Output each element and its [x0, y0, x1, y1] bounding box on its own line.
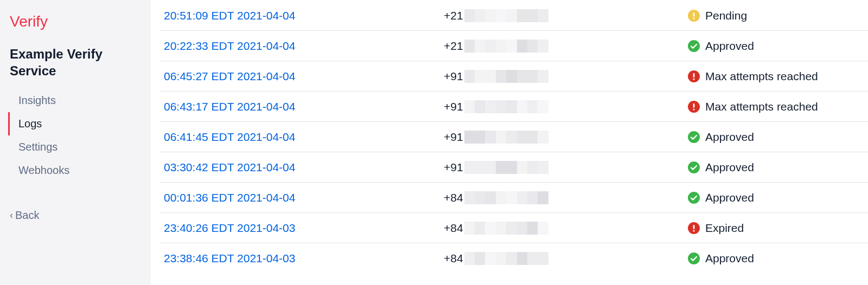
log-timestamp-link[interactable]: 06:41:45 EDT 2021-04-04: [164, 131, 295, 143]
back-link[interactable]: ‹ Back: [10, 209, 140, 222]
check-circle-icon: [688, 252, 700, 264]
log-status-cell: Approved: [688, 131, 866, 144]
logs-table: 20:51:09 EDT 2021-04-04+21Pending20:22:3…: [159, 0, 868, 273]
status-label: Approved: [705, 191, 754, 204]
log-phone-cell: +91: [444, 161, 688, 174]
redacted-phone: [464, 222, 548, 235]
info-circle-icon: [688, 10, 700, 22]
svg-point-2: [693, 17, 694, 19]
svg-point-15: [693, 230, 694, 231]
phone-prefix: +84: [444, 191, 463, 204]
log-timestamp-link[interactable]: 06:43:17 EDT 2021-04-04: [164, 100, 295, 113]
svg-rect-1: [693, 12, 695, 17]
log-timestamp-link[interactable]: 20:22:33 EDT 2021-04-04: [164, 40, 295, 52]
status-label: Approved: [705, 161, 754, 174]
log-status-cell: Expired: [688, 222, 866, 235]
log-status-cell: Approved: [688, 252, 866, 265]
main-content: 20:51:09 EDT 2021-04-04+21Pending20:22:3…: [151, 0, 868, 285]
log-phone-cell: +91: [444, 70, 688, 83]
phone-prefix: +91: [444, 161, 463, 174]
svg-point-12: [688, 192, 700, 204]
check-circle-icon: [688, 192, 700, 204]
svg-rect-14: [693, 225, 695, 229]
phone-prefix: +84: [444, 252, 463, 265]
log-timestamp-cell: 23:38:46 EDT 2021-04-03: [162, 252, 444, 265]
table-row: 23:40:26 EDT 2021-04-03+84Expired: [159, 212, 868, 243]
table-row: 06:43:17 EDT 2021-04-04+91Max attempts r…: [159, 91, 868, 121]
svg-rect-5: [693, 73, 695, 77]
check-circle-icon: [688, 161, 700, 173]
table-row: 06:45:27 EDT 2021-04-04+91Max attempts r…: [159, 61, 868, 91]
log-phone-cell: +84: [444, 191, 688, 204]
redacted-phone: [464, 131, 548, 144]
log-timestamp-cell: 06:45:27 EDT 2021-04-04: [162, 70, 444, 83]
redacted-phone: [464, 9, 548, 22]
log-status-cell: Max attempts reached: [688, 70, 866, 83]
sidebar-item-logs[interactable]: Logs: [8, 112, 140, 135]
svg-point-10: [688, 131, 700, 143]
log-timestamp-cell: 03:30:42 EDT 2021-04-04: [162, 161, 444, 174]
log-status-cell: Approved: [688, 191, 866, 204]
log-phone-cell: +21: [444, 40, 688, 53]
log-phone-cell: +84: [444, 222, 688, 235]
status-label: Max attempts reached: [705, 70, 818, 83]
log-phone-cell: +84: [444, 252, 688, 265]
redacted-phone: [464, 40, 548, 53]
phone-prefix: +91: [444, 100, 463, 113]
back-label: Back: [15, 209, 39, 222]
status-label: Approved: [705, 131, 754, 144]
status-label: Expired: [705, 222, 744, 235]
chevron-left-icon: ‹: [10, 210, 13, 221]
redacted-phone: [464, 161, 548, 174]
log-phone-cell: +91: [444, 100, 688, 113]
table-row: 20:22:33 EDT 2021-04-04+21Approved: [159, 30, 868, 61]
svg-point-11: [688, 161, 700, 173]
redacted-phone: [464, 100, 548, 113]
log-phone-cell: +91: [444, 131, 688, 144]
brand-link[interactable]: Verify: [10, 13, 140, 30]
service-title: Example Verify Service: [10, 46, 140, 79]
log-timestamp-link[interactable]: 23:38:46 EDT 2021-04-03: [164, 252, 295, 264]
log-timestamp-link[interactable]: 20:51:09 EDT 2021-04-04: [164, 9, 295, 22]
log-timestamp-cell: 06:41:45 EDT 2021-04-04: [162, 131, 444, 144]
phone-prefix: +91: [444, 131, 463, 144]
phone-prefix: +84: [444, 222, 463, 235]
sidebar: Verify Example Verify Service InsightsLo…: [0, 0, 151, 285]
error-circle-icon: [688, 101, 700, 113]
log-status-cell: Pending: [688, 9, 866, 22]
error-circle-icon: [688, 222, 700, 234]
table-row: 06:41:45 EDT 2021-04-04+91Approved: [159, 121, 868, 152]
redacted-phone: [464, 191, 548, 204]
log-timestamp-cell: 23:40:26 EDT 2021-04-03: [162, 222, 444, 235]
status-label: Approved: [705, 40, 754, 53]
table-row: 00:01:36 EDT 2021-04-04+84Approved: [159, 182, 868, 212]
status-label: Approved: [705, 252, 754, 265]
log-timestamp-cell: 20:51:09 EDT 2021-04-04: [162, 9, 444, 22]
log-status-cell: Approved: [688, 40, 866, 53]
sidebar-item-webhooks[interactable]: Webhooks: [8, 159, 140, 182]
log-timestamp-link[interactable]: 23:40:26 EDT 2021-04-03: [164, 222, 295, 234]
status-label: Pending: [705, 9, 747, 22]
svg-point-9: [693, 108, 694, 110]
log-phone-cell: +21: [444, 9, 688, 22]
svg-point-6: [693, 78, 694, 80]
error-circle-icon: [688, 70, 700, 82]
log-status-cell: Max attempts reached: [688, 100, 866, 113]
table-row: 20:51:09 EDT 2021-04-04+21Pending: [159, 0, 868, 30]
log-timestamp-link[interactable]: 03:30:42 EDT 2021-04-04: [164, 161, 295, 173]
log-timestamp-link[interactable]: 00:01:36 EDT 2021-04-04: [164, 191, 295, 204]
table-row: 23:38:46 EDT 2021-04-03+84Approved: [159, 243, 868, 273]
status-label: Max attempts reached: [705, 100, 818, 113]
log-timestamp-cell: 00:01:36 EDT 2021-04-04: [162, 191, 444, 204]
log-timestamp-link[interactable]: 06:45:27 EDT 2021-04-04: [164, 70, 295, 82]
log-timestamp-cell: 06:43:17 EDT 2021-04-04: [162, 100, 444, 113]
svg-rect-8: [693, 103, 695, 108]
svg-point-16: [688, 252, 700, 264]
sidebar-item-settings[interactable]: Settings: [8, 135, 140, 159]
check-circle-icon: [688, 40, 700, 52]
sidebar-item-insights[interactable]: Insights: [8, 89, 140, 112]
redacted-phone: [464, 252, 548, 265]
log-timestamp-cell: 20:22:33 EDT 2021-04-04: [162, 40, 444, 53]
phone-prefix: +91: [444, 70, 463, 83]
sidebar-nav: InsightsLogsSettingsWebhooks: [10, 89, 140, 182]
